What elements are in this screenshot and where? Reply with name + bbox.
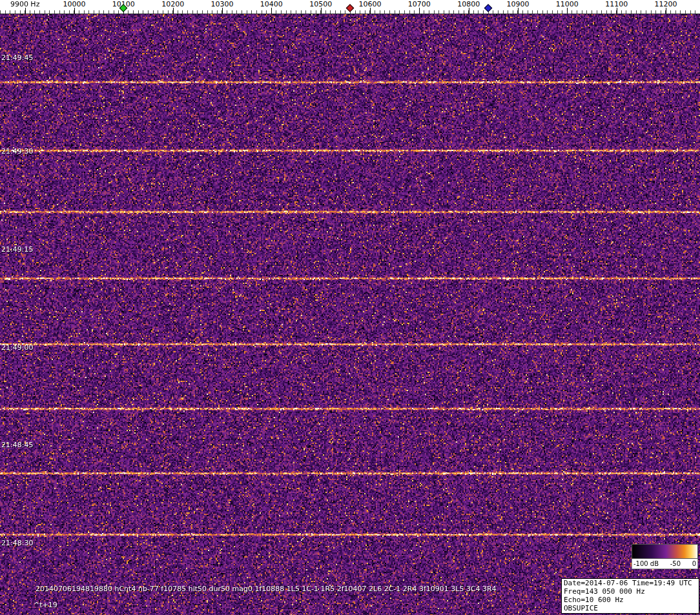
- time-label: 21:49:30: [1, 148, 33, 156]
- ruler-major-tick: [666, 8, 666, 14]
- color-gradient-bar: [632, 544, 698, 559]
- legend-min-label: -100 dB: [633, 560, 659, 567]
- ruler-major-tick: [173, 8, 174, 14]
- frequency-ruler[interactable]: 9900 Hz100001010010200103001040010500106…: [0, 0, 700, 14]
- meteor-spectrogram-app: 9900 Hz100001010010200103001040010500106…: [0, 0, 700, 615]
- detection-status-line: 20140706194819880 hCnt4 nb-77 f10785 hit…: [36, 585, 497, 593]
- time-label: 21:48:45: [1, 441, 33, 449]
- ruler-major-tick: [25, 8, 26, 14]
- info-echo-line: Echo=10 600 Hz: [564, 596, 697, 604]
- time-label: 21:49:00: [1, 344, 33, 352]
- ruler-major-tick: [222, 8, 223, 14]
- cursor-readout: ^t+19: [34, 601, 57, 609]
- ruler-major-tick: [518, 8, 519, 14]
- info-freq-line: Freq=143 050 000 Hz: [564, 587, 697, 596]
- time-label: 21:48:30: [1, 539, 33, 547]
- ruler-major-tick: [370, 8, 371, 14]
- ruler-major-tick: [74, 8, 75, 14]
- ruler-major-tick: [469, 8, 469, 14]
- time-label: 21:49:45: [1, 54, 33, 62]
- ruler-major-tick: [271, 8, 272, 14]
- ruler-major-tick: [419, 8, 420, 14]
- color-scale-legend: -100 dB -50 0: [632, 544, 698, 569]
- info-observer-line: OBSUPICE: [564, 604, 697, 612]
- ruler-major-tick: [321, 8, 322, 14]
- legend-mid-label: -50: [670, 560, 681, 567]
- info-date-line: Date=2014-07-06 Time=19:49 UTC: [564, 579, 697, 587]
- color-scale-labels: -100 dB -50 0: [632, 559, 698, 569]
- ruler-major-tick: [617, 8, 617, 14]
- observation-info-box: Date=2014-07-06 Time=19:49 UTC Freq=143 …: [561, 578, 699, 614]
- spectrogram-canvas[interactable]: [0, 14, 700, 615]
- ruler-major-tick: [567, 8, 568, 14]
- time-label: 21:49:15: [1, 246, 33, 254]
- legend-max-label: 0: [692, 560, 696, 567]
